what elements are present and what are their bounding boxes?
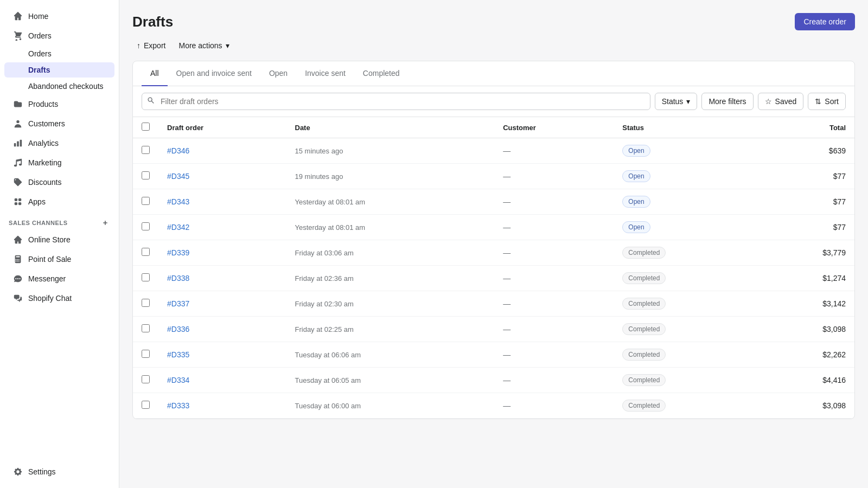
sidebar-item-marketing[interactable]: Marketing: [4, 153, 114, 172]
sidebar-item-orders[interactable]: Orders: [4, 27, 114, 45]
row-checkbox[interactable]: [142, 197, 150, 205]
table-row: #D339 Friday at 03:06 am — Completed $3,…: [133, 240, 854, 266]
sidebar-item-home[interactable]: Home: [4, 7, 114, 25]
row-checkbox-cell[interactable]: [133, 291, 158, 317]
draft-order-date: Tuesday at 06:00 am: [286, 393, 495, 419]
col-total: Total: [758, 117, 854, 138]
row-checkbox-cell[interactable]: [133, 240, 158, 266]
tabs-bar: All Open and invoice sent Open Invoice s…: [133, 61, 854, 86]
draft-order-status: Completed: [614, 291, 758, 317]
more-actions-button[interactable]: More actions ▾: [174, 39, 233, 52]
draft-order-total: $639: [758, 138, 854, 164]
sidebar-item-discounts[interactable]: Discounts: [4, 173, 114, 191]
draft-order-date: Friday at 02:25 am: [286, 317, 495, 342]
draft-order-id[interactable]: #D342: [158, 215, 286, 240]
row-checkbox[interactable]: [142, 248, 150, 256]
sort-button[interactable]: ⇅ Sort: [808, 93, 846, 110]
draft-order-customer: —: [494, 393, 614, 419]
draft-order-status: Completed: [614, 342, 758, 368]
row-checkbox-cell[interactable]: [133, 138, 158, 164]
row-checkbox[interactable]: [142, 171, 150, 179]
sidebar-sub-abandoned[interactable]: Abandoned checkouts: [4, 79, 114, 94]
sidebar-item-point-of-sale[interactable]: Point of Sale: [4, 250, 114, 268]
row-checkbox[interactable]: [142, 299, 150, 307]
select-all-header[interactable]: [133, 117, 158, 138]
export-button[interactable]: ↑ Export: [132, 39, 170, 52]
saved-label: Saved: [775, 97, 797, 106]
col-draft-order: Draft order: [158, 117, 286, 138]
draft-order-id[interactable]: #D336: [158, 317, 286, 342]
sidebar-customers-label: Customers: [28, 119, 65, 128]
draft-order-date: Friday at 03:06 am: [286, 240, 495, 266]
status-badge: Completed: [622, 272, 666, 284]
draft-order-id[interactable]: #D339: [158, 240, 286, 266]
row-checkbox[interactable]: [142, 222, 150, 230]
sidebar-item-analytics[interactable]: Analytics: [4, 134, 114, 152]
add-sales-channel-button[interactable]: [100, 218, 110, 228]
row-checkbox[interactable]: [142, 324, 150, 332]
sidebar-item-settings[interactable]: Settings: [4, 463, 114, 481]
tab-all[interactable]: All: [142, 61, 168, 86]
row-checkbox[interactable]: [142, 401, 150, 409]
row-checkbox-cell[interactable]: [133, 393, 158, 419]
tab-open[interactable]: Open: [260, 61, 296, 86]
saved-button[interactable]: ☆ Saved: [758, 93, 804, 110]
row-checkbox-cell[interactable]: [133, 215, 158, 240]
status-filter-label: Status: [662, 97, 684, 106]
draft-order-id[interactable]: #D335: [158, 342, 286, 368]
sidebar-item-apps[interactable]: Apps: [4, 192, 114, 211]
filter-bar: Status ▾ More filters ☆ Saved ⇅ Sort: [133, 86, 854, 117]
table-row: #D346 15 minutes ago — Open $639: [133, 138, 854, 164]
row-checkbox[interactable]: [142, 375, 150, 383]
row-checkbox[interactable]: [142, 350, 150, 358]
draft-order-id[interactable]: #D346: [158, 138, 286, 164]
col-status: Status: [614, 117, 758, 138]
search-input[interactable]: [142, 93, 650, 110]
create-order-button[interactable]: Create order: [795, 13, 855, 30]
col-customer: Customer: [494, 117, 614, 138]
draft-order-date: Tuesday at 06:05 am: [286, 368, 495, 393]
draft-order-date: Yesterday at 08:01 am: [286, 215, 495, 240]
draft-order-id[interactable]: #D343: [158, 189, 286, 215]
tab-completed[interactable]: Completed: [354, 61, 409, 86]
sidebar-item-customers[interactable]: Customers: [4, 114, 114, 133]
draft-order-id[interactable]: #D345: [158, 164, 286, 189]
page-header: Drafts Create order: [132, 13, 855, 30]
draft-order-total: $77: [758, 215, 854, 240]
sidebar-item-products[interactable]: Products: [4, 95, 114, 113]
status-badge: Open: [622, 170, 650, 182]
draft-order-total: $77: [758, 189, 854, 215]
status-badge: Completed: [622, 323, 666, 335]
row-checkbox[interactable]: [142, 146, 150, 154]
sidebar-online-store-label: Online Store: [28, 235, 71, 244]
sidebar-item-online-store[interactable]: Online Store: [4, 230, 114, 249]
select-all-checkbox[interactable]: [142, 123, 150, 131]
table-row: #D338 Friday at 02:36 am — Completed $1,…: [133, 266, 854, 291]
col-date: Date: [286, 117, 495, 138]
more-filters-button[interactable]: More filters: [701, 93, 753, 110]
sidebar-item-shopify-chat[interactable]: Shopify Chat: [4, 289, 114, 307]
sidebar-sub-drafts[interactable]: Drafts: [4, 62, 114, 78]
sidebar-home-label: Home: [28, 12, 48, 21]
table-row: #D342 Yesterday at 08:01 am — Open $77: [133, 215, 854, 240]
sidebar-sub-orders[interactable]: Orders: [4, 46, 114, 61]
tab-invoice-sent[interactable]: Invoice sent: [296, 61, 354, 86]
row-checkbox[interactable]: [142, 273, 150, 281]
tab-invoice-sent-label: Invoice sent: [305, 69, 346, 78]
sidebar-sales-channels-label: SALES CHANNELS: [9, 220, 68, 226]
row-checkbox-cell[interactable]: [133, 368, 158, 393]
row-checkbox-cell[interactable]: [133, 266, 158, 291]
draft-order-id[interactable]: #D333: [158, 393, 286, 419]
tab-open-invoice[interactable]: Open and invoice sent: [168, 61, 260, 86]
draft-order-id[interactable]: #D338: [158, 266, 286, 291]
row-checkbox-cell[interactable]: [133, 164, 158, 189]
row-checkbox-cell[interactable]: [133, 189, 158, 215]
discounts-icon: [13, 177, 23, 187]
row-checkbox-cell[interactable]: [133, 317, 158, 342]
draft-order-customer: —: [494, 189, 614, 215]
draft-order-id[interactable]: #D334: [158, 368, 286, 393]
status-filter-button[interactable]: Status ▾: [655, 93, 698, 110]
row-checkbox-cell[interactable]: [133, 342, 158, 368]
sidebar-item-messenger[interactable]: Messenger: [4, 269, 114, 288]
draft-order-id[interactable]: #D337: [158, 291, 286, 317]
